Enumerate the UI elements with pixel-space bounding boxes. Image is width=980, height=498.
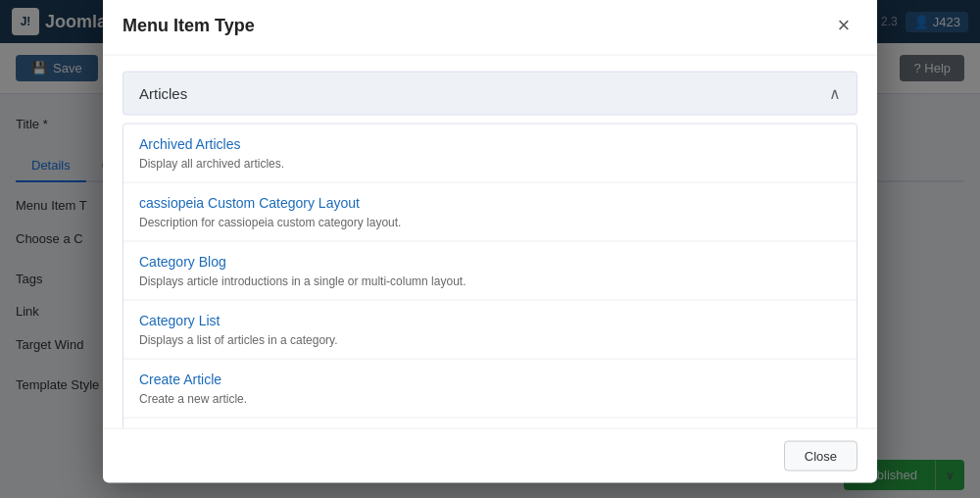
- articles-section-content: Archived Articles Display all archived a…: [122, 124, 858, 428]
- list-item[interactable]: Category List Displays a list of article…: [123, 301, 857, 360]
- modal-close-footer-button[interactable]: Close: [784, 441, 858, 472]
- menu-item-type-modal: Menu Item Type Articles Archived Article…: [103, 0, 877, 483]
- category-blog-link[interactable]: Category Blog: [139, 254, 841, 270]
- create-article-link[interactable]: Create Article: [139, 372, 841, 387]
- category-blog-desc: Displays article introductions in a sing…: [139, 274, 466, 288]
- list-item[interactable]: Category Blog Displays article introduct…: [123, 242, 857, 301]
- create-article-desc: Create a new article.: [139, 392, 247, 406]
- list-item[interactable]: Archived Articles Display all archived a…: [123, 124, 857, 183]
- close-icon: [838, 13, 851, 38]
- modal-footer: Close: [103, 428, 877, 483]
- cassiopeia-layout-desc: Description for cassiopeia custom catego…: [139, 216, 401, 229]
- list-item[interactable]: Featured Articles Show all featured arti…: [123, 419, 857, 428]
- category-list-link[interactable]: Category List: [139, 313, 841, 328]
- modal-header: Menu Item Type: [103, 0, 877, 56]
- archived-articles-desc: Display all archived articles.: [139, 157, 284, 171]
- articles-chevron-up-icon: [829, 84, 841, 103]
- modal-close-button[interactable]: [830, 12, 858, 39]
- articles-section-header[interactable]: Articles: [122, 72, 858, 116]
- modal-body: Articles Archived Articles Display all a…: [103, 56, 877, 428]
- cassiopeia-layout-link[interactable]: cassiopeia Custom Category Layout: [139, 195, 841, 211]
- list-item[interactable]: cassiopeia Custom Category Layout Descri…: [123, 183, 857, 242]
- list-item[interactable]: Create Article Create a new article.: [123, 360, 857, 419]
- category-list-desc: Displays a list of articles in a categor…: [139, 333, 338, 347]
- archived-articles-link[interactable]: Archived Articles: [139, 136, 841, 152]
- articles-section-title: Articles: [139, 85, 187, 102]
- modal-title: Menu Item Type: [122, 15, 255, 35]
